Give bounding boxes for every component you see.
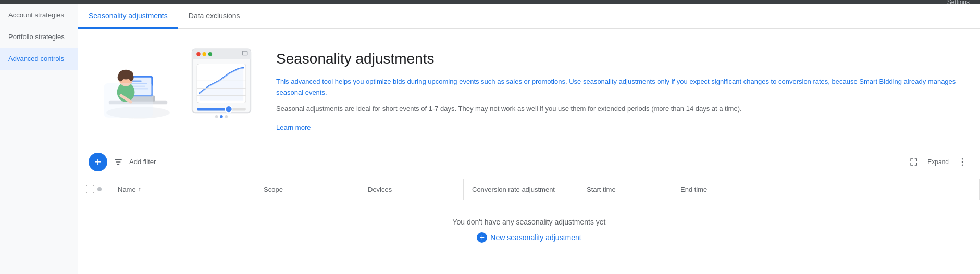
hero-description: This advanced tool helps you optimize bi… [276,77,959,98]
svg-point-12 [118,73,123,81]
svg-rect-18 [192,55,251,59]
hero-note: Seasonal adjustments are ideal for short… [276,104,959,115]
sidebar: Account strategies Portfolio strategies … [0,4,78,274]
status-dot [97,187,102,191]
svg-point-21 [208,52,213,56]
svg-point-20 [202,52,206,56]
tab-data-exclusions[interactable]: Data exclusions [178,4,251,29]
svg-point-30 [226,106,232,113]
more-options-button[interactable] [955,155,970,169]
svg-point-34 [962,158,963,160]
svg-point-33 [215,115,218,118]
table-header: Name ↑ Scope Devices Conversion rate adj… [78,177,980,202]
expand-button[interactable] [907,155,921,169]
empty-state-text: You don't have any seasonality adjustmen… [452,218,605,226]
th-checkbox [78,185,109,193]
new-adjustment-plus-icon: + [477,232,487,243]
filter-icon[interactable] [114,157,123,167]
svg-point-19 [196,52,201,56]
toolbar-right: Expand [907,155,970,169]
add-filter-label[interactable]: Add filter [129,158,156,166]
hero-title: Seasonality adjustments [276,49,959,68]
hero-illustration [99,44,260,122]
svg-point-13 [129,74,133,81]
svg-point-32 [225,115,228,118]
svg-rect-15 [104,83,153,118]
add-button[interactable]: + [89,153,107,171]
learn-more-link[interactable]: Learn more [276,123,311,131]
hero-text: Seasonality adjustments This advanced to… [276,44,959,131]
main-content: Seasonality adjustments Data exclusions [78,4,980,274]
person-illustration [99,44,177,122]
tab-seasonality-adjustments[interactable]: Seasonality adjustments [78,4,178,29]
expand-label: Expand [925,156,951,168]
screen-illustration [182,44,260,122]
sidebar-item-advanced-controls[interactable]: Advanced controls [0,48,78,70]
sidebar-item-account-strategies[interactable]: Account strategies [0,4,78,26]
svg-rect-29 [197,108,229,111]
sort-icon: ↑ [138,185,141,193]
svg-point-36 [962,164,963,166]
sidebar-item-portfolio-strategies[interactable]: Portfolio strategies [0,26,78,48]
th-start-time[interactable]: Start time [578,179,672,200]
tabs-bar: Seasonality adjustments Data exclusions [78,4,980,29]
svg-point-35 [962,161,963,163]
toolbar: + Add filter Expand [78,147,980,177]
th-devices[interactable]: Devices [359,179,464,200]
hero-section: Seasonality adjustments This advanced to… [78,29,980,147]
th-conversion[interactable]: Conversion rate adjustment [464,179,578,200]
new-seasonality-adjustment-button[interactable]: + New seasonality adjustment [477,232,581,243]
select-all-checkbox[interactable] [86,185,94,193]
th-name[interactable]: Name ↑ [109,179,255,200]
th-end-time[interactable]: End time [672,179,980,200]
th-scope[interactable]: Scope [255,179,359,200]
svg-point-31 [220,115,223,118]
empty-state: You don't have any seasonality adjustmen… [78,202,980,258]
